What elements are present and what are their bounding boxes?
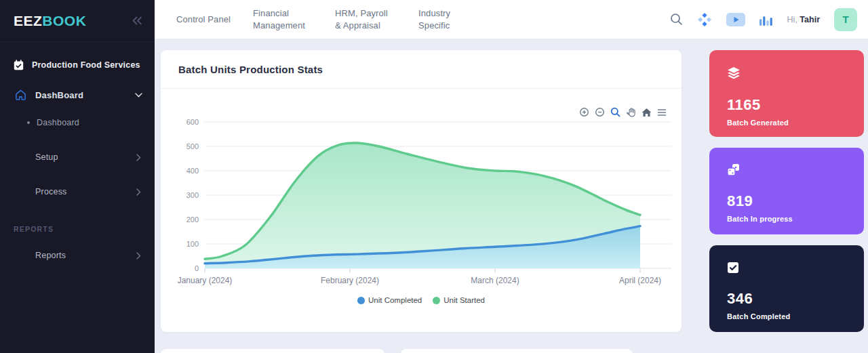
sidebar-item-label: Reports: [35, 251, 136, 260]
sidebar-item-production-food-services[interactable]: Production Food Services: [0, 60, 155, 70]
stats-bars-icon: [760, 14, 773, 26]
sidebar-item-label: Process: [35, 187, 136, 196]
legend-item-unit-started[interactable]: Unit Started: [433, 296, 485, 304]
stat-label: Batch Generated: [727, 119, 864, 127]
stats-button[interactable]: [760, 14, 773, 26]
svg-text:100: 100: [186, 240, 199, 248]
svg-text:200: 200: [186, 215, 199, 224]
sidebar-item-process[interactable]: Process: [0, 187, 155, 196]
stat-label: Batch In progress: [727, 215, 864, 223]
logo-part-1: EEZ: [14, 13, 42, 28]
sidebar-subitem-label: Dashboard: [37, 118, 79, 127]
svg-text:400: 400: [186, 167, 199, 175]
svg-text:600: 600: [186, 118, 199, 126]
chart-menu-button[interactable]: [657, 108, 667, 117]
svg-text:February (2024): February (2024): [321, 276, 379, 285]
svg-text:300: 300: [186, 191, 199, 199]
stat-value: 819: [727, 192, 864, 210]
svg-text:January (2024): January (2024): [178, 276, 233, 285]
selection-zoom-icon: [610, 107, 620, 117]
batch-units-production-stats-card: Batch Units Production Stats: [161, 50, 682, 332]
search-icon: [670, 13, 683, 26]
sidebar-subitem-dashboard[interactable]: Dashboard: [0, 118, 155, 127]
search-button[interactable]: [670, 13, 683, 26]
svg-text:0: 0: [195, 264, 199, 272]
layers-icon: [727, 66, 741, 80]
main-nav: Control Panel Financial Management HRM, …: [176, 7, 460, 31]
user-avatar[interactable]: T: [834, 8, 857, 31]
sidebar-item-label: Setup: [35, 152, 136, 162]
workspace-label: Production Food Services: [32, 60, 140, 70]
apps-menu-button[interactable]: [697, 12, 712, 27]
sidebar: EEZBOOK Production Food Services DashBoa…: [0, 0, 155, 353]
production-chart[interactable]: 0100200300400500600January (2024)Februar…: [161, 102, 682, 293]
zoom-out-icon: [595, 107, 605, 117]
chevron-right-icon: [136, 188, 141, 196]
home-reset-icon: [642, 108, 652, 117]
header-actions: Hi, Tahir T: [670, 8, 868, 31]
stat-label: Batch Completed: [727, 312, 864, 320]
logo-part-2: BOOK: [42, 13, 86, 28]
svg-text:April (2024): April (2024): [619, 276, 661, 285]
stat-card-batch-completed: 346 Batch Completed: [709, 245, 864, 332]
nav-item-industry-specific[interactable]: Industry Specific: [418, 7, 460, 31]
top-header: Control Panel Financial Management HRM, …: [155, 0, 868, 39]
chevron-right-icon: [136, 154, 141, 161]
stat-cards-column: 1165 Batch Generated 819 Batch In progre…: [709, 50, 864, 343]
legend-label: Unit Completed: [368, 296, 422, 304]
calendar-check-icon: [14, 60, 24, 70]
chart-legend: Unit Completed Unit Started: [161, 296, 682, 304]
stat-value: 1165: [727, 96, 864, 114]
sidebar-collapse-button[interactable]: [131, 16, 142, 25]
stat-value: 346: [727, 290, 864, 308]
video-tutorial-button[interactable]: [726, 13, 745, 26]
selection-zoom-button[interactable]: [610, 107, 620, 117]
sidebar-item-setup[interactable]: Setup: [0, 152, 155, 162]
pan-hand-icon: [626, 107, 636, 117]
app-logo[interactable]: EEZBOOK: [14, 13, 86, 29]
svg-text:500: 500: [186, 142, 199, 150]
legend-label: Unit Started: [443, 296, 485, 304]
home-icon: [15, 89, 26, 100]
zoom-in-icon: [579, 107, 589, 117]
chevron-right-icon: [136, 252, 141, 259]
apps-diamond-icon: [697, 12, 712, 27]
chevron-down-icon: [135, 93, 142, 98]
user-greeting: Hi, Tahir: [787, 15, 820, 24]
chart-toolbar: [579, 107, 667, 117]
sidebar-section-reports: REPORTS: [14, 225, 155, 233]
svg-text:March (2024): March (2024): [471, 276, 519, 285]
chart-title: Batch Units Production Stats: [178, 64, 323, 75]
video-tutorial-icon: [726, 13, 745, 26]
reset-home-button[interactable]: [642, 108, 652, 117]
sidebar-logo-row: EEZBOOK: [0, 0, 155, 42]
zoom-out-button[interactable]: [595, 107, 605, 117]
nav-item-financial-management[interactable]: Financial Management: [253, 7, 313, 31]
collapse-double-chevron-icon: [131, 16, 142, 25]
greeting-prefix: Hi,: [787, 15, 797, 24]
zoom-in-button[interactable]: [579, 107, 589, 117]
bullet-icon: [27, 121, 30, 124]
dice-icon: [727, 164, 741, 176]
menu-icon: [657, 108, 667, 117]
stat-card-batch-in-progress: 819 Batch In progress: [709, 148, 864, 234]
legend-dot-blue: [357, 297, 365, 304]
legend-item-unit-completed[interactable]: Unit Completed: [357, 296, 422, 304]
pan-button[interactable]: [626, 107, 636, 117]
user-name: Tahir: [800, 15, 820, 24]
nav-item-control-panel[interactable]: Control Panel: [176, 14, 231, 26]
legend-dot-green: [433, 297, 440, 304]
sidebar-item-label: DashBoard: [35, 90, 126, 100]
stat-card-batch-generated: 1165 Batch Generated: [709, 50, 864, 137]
main-content: Batch Units Production Stats: [155, 39, 868, 353]
bottom-card-right: [401, 349, 633, 353]
check-square-icon: [727, 262, 739, 274]
nav-item-hrm-payroll-appraisal[interactable]: HRM, Payroll & Appraisal: [335, 7, 396, 31]
sidebar-item-dashboard[interactable]: DashBoard: [0, 89, 155, 100]
sidebar-item-reports[interactable]: Reports: [0, 251, 155, 260]
chart-title-row: Batch Units Production Stats: [161, 50, 682, 89]
bottom-card-left: [161, 349, 384, 353]
